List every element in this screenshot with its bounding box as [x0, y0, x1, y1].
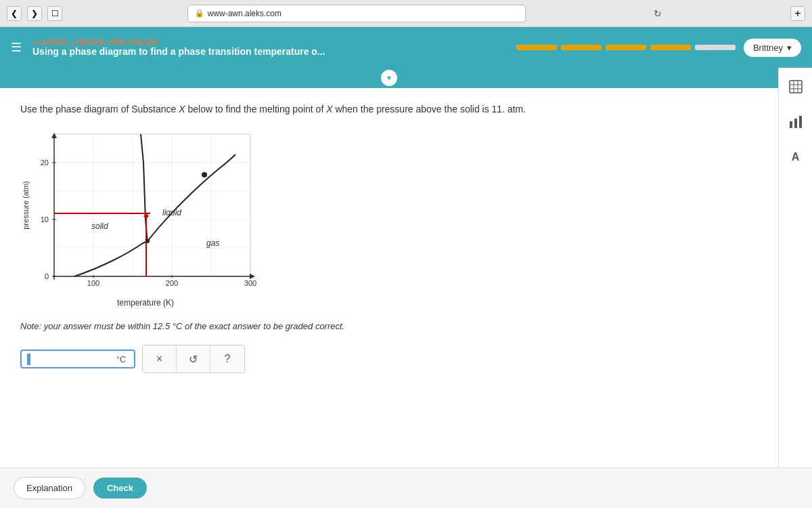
undo-icon: ↺: [189, 353, 198, 366]
lock-icon: 🔒: [195, 9, 204, 18]
progress-bar-1: [516, 45, 557, 50]
x-axis-label: temperature (K): [20, 298, 271, 308]
diagram-wrapper: 20 10 0 100 200 300: [20, 127, 271, 308]
forward-button[interactable]: ❯: [27, 6, 42, 21]
header-text: ● GASES, LIQUIDS, AND SOLIDS Using a pha…: [32, 38, 508, 57]
note-text: Note: your answer must be within 12.5 °C…: [20, 321, 758, 331]
collapse-button[interactable]: ▾: [381, 70, 397, 86]
svg-text:pressure (atm): pressure (atm): [22, 182, 30, 230]
browser-chrome: ❮ ❯ ☐ 🔒 www-awn.aleks.com ↻ +: [0, 0, 812, 27]
main-content: ▾ Use the phase diagram of Substance X b…: [0, 68, 778, 467]
answer-input-container[interactable]: ▌ °C: [20, 350, 135, 368]
svg-text:20: 20: [41, 158, 49, 167]
progress-bar-2: [561, 45, 602, 50]
progress-bar-3: [606, 45, 646, 50]
header-title: Using a phase diagram to find a phase tr…: [32, 46, 508, 57]
content-wrapper: ▾ Use the phase diagram of Substance X b…: [0, 68, 812, 467]
close-button[interactable]: ×: [143, 345, 177, 373]
answer-input[interactable]: [35, 354, 116, 364]
svg-text:liquid: liquid: [162, 208, 181, 217]
table-icon: [788, 79, 803, 94]
help-button[interactable]: ?: [210, 345, 244, 373]
main-container: ☰ ● GASES, LIQUIDS, AND SOLIDS Using a p…: [0, 27, 812, 508]
help-icon: ?: [225, 353, 231, 365]
svg-text:300: 300: [244, 279, 256, 287]
square-button[interactable]: ☐: [47, 6, 62, 21]
user-name: Brittney: [753, 43, 783, 53]
chart-icon-button[interactable]: [784, 110, 808, 134]
header-subtitle: ● GASES, LIQUIDS, AND SOLIDS: [32, 38, 508, 46]
top-bar: ☰ ● GASES, LIQUIDS, AND SOLIDS Using a p…: [0, 27, 812, 68]
text-icon-button[interactable]: A: [784, 145, 808, 169]
svg-point-33: [145, 239, 150, 243]
svg-rect-42: [799, 116, 802, 128]
url-text: www-awn.aleks.com: [208, 9, 281, 18]
collapse-bar[interactable]: ▾: [0, 68, 778, 88]
explanation-button[interactable]: Explanation: [14, 477, 85, 499]
address-bar: 🔒 www-awn.aleks.com: [187, 5, 526, 22]
progress-bar-4: [650, 45, 691, 50]
check-button[interactable]: Check: [93, 478, 147, 499]
svg-rect-0: [54, 134, 250, 276]
hamburger-menu[interactable]: ☰: [11, 40, 22, 55]
svg-text:200: 200: [166, 279, 178, 287]
refresh-button[interactable]: ↻: [650, 6, 665, 21]
progress-bars: [516, 45, 736, 50]
new-tab-button[interactable]: +: [790, 6, 805, 21]
action-buttons: × ↺ ?: [142, 345, 245, 373]
unit-label: °C: [116, 354, 127, 364]
close-icon: ×: [156, 353, 162, 365]
progress-bar-5: [695, 45, 736, 50]
svg-text:gas: gas: [206, 238, 219, 248]
question-area: Use the phase diagram of Substance X bel…: [0, 88, 778, 400]
question-text: Use the phase diagram of Substance X bel…: [20, 102, 758, 117]
chevron-down-icon: ▾: [787, 43, 792, 53]
back-button[interactable]: ❮: [7, 6, 22, 21]
chart-icon: [788, 114, 803, 129]
svg-text:100: 100: [87, 279, 99, 287]
svg-point-34: [202, 172, 207, 177]
phase-diagram-svg: 20 10 0 100 200 300: [20, 127, 271, 297]
bottom-bar: Explanation Check: [0, 467, 812, 508]
right-sidebar: A: [778, 68, 812, 467]
svg-text:0: 0: [45, 272, 49, 280]
answer-row: ▌ °C × ↺ ?: [20, 345, 758, 373]
svg-text:solid: solid: [91, 221, 108, 231]
svg-rect-40: [790, 121, 792, 128]
text-icon: A: [792, 151, 800, 163]
diagram-container: 20 10 0 100 200 300: [20, 127, 758, 308]
cursor-indicator: ▌: [27, 354, 34, 364]
svg-rect-41: [794, 119, 797, 128]
user-menu-button[interactable]: Brittney ▾: [744, 39, 801, 57]
chevron-up-icon: ▾: [387, 73, 391, 83]
svg-text:10: 10: [41, 215, 49, 224]
table-icon-button[interactable]: [784, 75, 808, 99]
svg-rect-35: [790, 81, 802, 93]
undo-button[interactable]: ↺: [177, 345, 210, 373]
